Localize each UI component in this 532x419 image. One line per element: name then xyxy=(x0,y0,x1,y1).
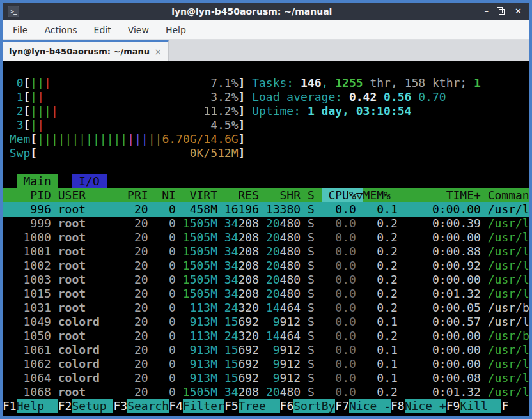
swp-meter: Swp[ 0K/512M] xyxy=(3,146,529,160)
process-row-999[interactable]: 999 root 20 0 1505M 34208 20480 S 0.0 0.… xyxy=(3,217,529,231)
process-row-1001[interactable]: 1001 root 20 0 1505M 34208 20480 S 0.0 0… xyxy=(3,245,529,259)
process-row-1002[interactable]: 1002 root 20 0 1505M 34208 20480 S 0.0 0… xyxy=(3,259,529,273)
column-header-shr[interactable]: SHR xyxy=(259,188,301,202)
process-row-1068[interactable]: 1068 root 20 0 1505M 34208 20480 S 0.0 0… xyxy=(3,385,529,399)
uptime: Uptime: 1 day, 03:10:54 xyxy=(252,104,411,118)
tab-title: lyn@lyn-b450aorusm: ~/manual xyxy=(9,47,150,56)
column-header-cpu-sort[interactable]: CPU%▽ xyxy=(322,188,363,202)
blank-row xyxy=(3,160,529,174)
process-table-header: PID USER PRI NI VIRT RES SHR S CPU%▽MEM%… xyxy=(3,188,529,202)
fkey-f8[interactable]: F8Nice + xyxy=(391,399,446,413)
menubar: File Actions Edit View Help xyxy=(3,20,529,40)
column-header-ni[interactable]: NI xyxy=(148,188,176,202)
tasks-summary: Tasks: 146, 1255 thr, 158 kthr; 1 xyxy=(252,76,481,89)
htop-tab-main[interactable]: Main xyxy=(17,174,58,188)
process-row-1050[interactable]: 1050 root 20 0 113M 24320 14464 S 0.0 0.… xyxy=(3,329,529,343)
column-header-virt[interactable]: VIRT xyxy=(176,188,217,202)
column-header-res[interactable]: RES xyxy=(217,188,259,202)
column-header-pid[interactable]: PID xyxy=(3,188,51,202)
process-row-1031[interactable]: 1031 root 20 0 113M 24320 14464 S 0.0 0.… xyxy=(3,301,529,315)
column-header-command[interactable]: Comman xyxy=(488,188,529,202)
cpu-meter-bar-3: 3[|| 4.5%] xyxy=(3,118,245,132)
terminal-screen[interactable]: 0[||| 7.1%] Tasks: 146, 1255 thr, 158 kt… xyxy=(3,61,529,416)
cpu-meter-1: 1[|| 3.2%] Load average: 0.42 0.56 0.70 xyxy=(3,90,529,104)
tab-close-icon[interactable]: × xyxy=(154,47,162,57)
menu-item-edit[interactable]: Edit xyxy=(94,25,111,35)
process-row-1000[interactable]: 1000 root 20 0 1505M 34208 20480 S 0.0 0… xyxy=(3,231,529,245)
column-header-user[interactable]: USER xyxy=(58,188,127,202)
terminal-app-icon: >_ xyxy=(8,6,19,17)
menu-item-file[interactable]: File xyxy=(13,25,27,35)
terminal-tab[interactable]: lyn@lyn-b450aorusm: ~/manual × xyxy=(3,40,169,61)
menu-item-help[interactable]: Help xyxy=(166,25,186,35)
process-row-1064[interactable]: 1064 colord 20 0 913M 15692 9912 S 0.0 0… xyxy=(3,371,529,385)
terminal-window: >_ lyn@lyn-b450aorusm: ~/manual – ✕ File… xyxy=(0,0,532,419)
fkey-f9[interactable]: F9Kill xyxy=(446,399,502,413)
restore-button[interactable] xyxy=(499,9,505,15)
fkey-f1[interactable]: F1Help xyxy=(3,399,58,413)
fkey-f6[interactable]: F6SortBy xyxy=(280,399,336,413)
process-row-1003[interactable]: 1003 root 20 0 1505M 34208 20480 S 0.0 0… xyxy=(3,273,529,287)
fkey-f7[interactable]: F7Nice - xyxy=(335,399,391,413)
process-row-1062[interactable]: 1062 colord 20 0 913M 15692 9912 S 0.0 0… xyxy=(3,357,529,371)
htop-tab-io[interactable]: I/O xyxy=(72,174,106,188)
process-row-996[interactable]: 996 root 20 0 458M 16196 13380 S 0.0 0.1… xyxy=(3,202,529,217)
column-header-mem[interactable]: MEM% xyxy=(363,188,398,202)
process-row-1061[interactable]: 1061 colord 20 0 913M 15692 9912 S 0.0 0… xyxy=(3,343,529,357)
cpu-meter-3: 3[|| 4.5%] xyxy=(3,118,529,132)
cpu-meter-bar-2: 2[|||| 11.2%] xyxy=(3,104,245,118)
load-average: Load average: 0.42 0.56 0.70 xyxy=(252,90,446,103)
tabbar: lyn@lyn-b450aorusm: ~/manual × xyxy=(3,40,529,61)
cpu-meter-0: 0[||| 7.1%] Tasks: 146, 1255 thr, 158 kt… xyxy=(3,76,529,90)
minimize-button[interactable]: – xyxy=(485,3,489,20)
window-controls: – ✕ xyxy=(485,3,524,20)
function-key-bar: F1Help F2Setup F3SearchF4FilterF5Tree F6… xyxy=(3,399,529,413)
column-header-pri[interactable]: PRI xyxy=(127,188,148,202)
fkey-f10-partial[interactable]: F xyxy=(501,399,508,413)
blank-row xyxy=(3,62,529,76)
fkey-f4[interactable]: F4Filter xyxy=(169,399,224,413)
menu-item-view[interactable]: View xyxy=(128,25,149,35)
fkey-f3[interactable]: F3Search xyxy=(113,399,169,413)
menu-item-actions[interactable]: Actions xyxy=(44,25,77,35)
cpu-meter-2: 2[|||| 11.2%] Uptime: 1 day, 03:10:54 xyxy=(3,104,529,118)
titlebar: >_ lyn@lyn-b450aorusm: ~/manual – ✕ xyxy=(3,3,529,20)
process-row-1015[interactable]: 1015 root 20 0 1505M 34208 20480 S 0.0 0… xyxy=(3,287,529,301)
fkey-f5[interactable]: F5Tree xyxy=(224,399,280,413)
process-row-1049[interactable]: 1049 colord 20 0 913M 15692 9912 S 0.0 0… xyxy=(3,315,529,329)
close-button[interactable]: ✕ xyxy=(515,3,522,20)
window-title: lyn@lyn-b450aorusm: ~/manual xyxy=(19,3,485,20)
htop-screen-tabs: Main I/O xyxy=(3,174,529,188)
fkey-f2[interactable]: F2Setup xyxy=(58,399,114,413)
column-header-state[interactable]: S xyxy=(301,188,322,202)
cpu-meter-bar-0: 0[||| 7.1%] xyxy=(3,76,245,89)
mem-meter: Mem[||||||||||||||||||6.70G/14.6G] xyxy=(3,132,529,146)
cpu-meter-bar-1: 1[|| 3.2%] xyxy=(3,90,245,103)
column-header-time[interactable]: TIME+ xyxy=(398,188,481,202)
